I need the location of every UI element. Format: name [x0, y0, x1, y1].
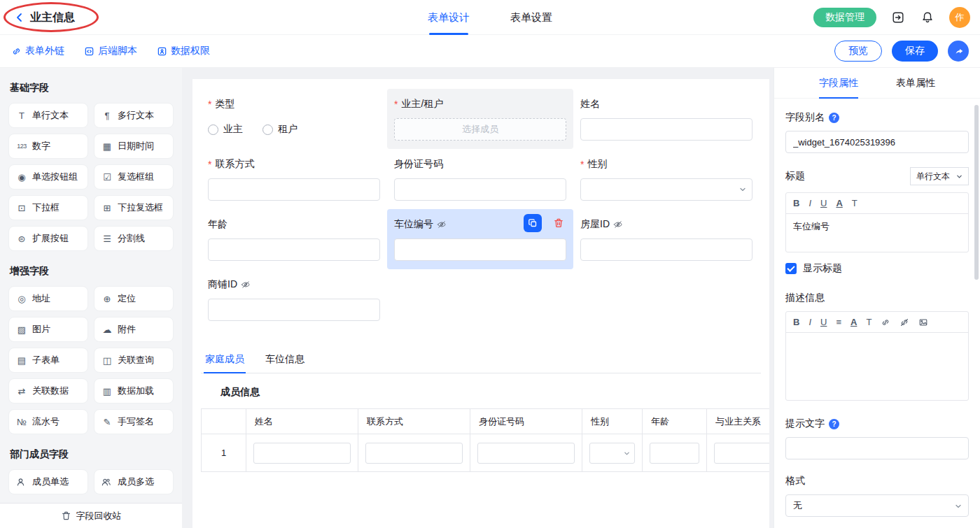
shop-id-input[interactable] — [208, 299, 380, 321]
parking-number-input[interactable] — [394, 238, 566, 261]
hint-text-input[interactable] — [785, 437, 969, 459]
field-type[interactable]: *类型 业主 租户 — [201, 89, 387, 149]
sidebar-field-address[interactable]: ◎地址 — [8, 286, 88, 311]
italic-icon[interactable]: I — [808, 199, 811, 208]
subform-gender-select[interactable] — [589, 443, 635, 464]
tab-form-settings[interactable]: 表单设置 — [510, 0, 552, 35]
subform-name-input[interactable] — [253, 443, 351, 464]
age-input[interactable] — [208, 238, 380, 261]
italic-icon[interactable]: I — [808, 317, 811, 327]
sidebar-field-linked-data[interactable]: ⇄关联数据 — [8, 378, 88, 404]
tab-form-properties[interactable]: 表单属性 — [896, 77, 935, 98]
form-external-link[interactable]: 表单外链 — [11, 45, 64, 57]
subform-relation-input[interactable] — [714, 443, 769, 464]
sidebar-field-serial-number[interactable]: №流水号 — [8, 409, 88, 434]
help-icon[interactable]: ? — [829, 419, 839, 429]
tab-field-properties[interactable]: 字段属性 — [819, 77, 858, 98]
underline-icon[interactable]: U — [820, 317, 827, 327]
sidebar-field-radio-group[interactable]: ◉单选按钮组 — [8, 164, 88, 190]
sidebar-field-member-single[interactable]: 成员单选 — [8, 469, 88, 494]
show-title-checkbox[interactable] — [785, 263, 797, 274]
field-shop-id[interactable]: 商铺ID — [201, 269, 387, 329]
copy-icon — [528, 218, 538, 228]
title-editor-content[interactable]: 车位编号 — [786, 214, 968, 252]
tab-parking-info[interactable]: 车位信息 — [264, 346, 306, 373]
tab-family-members[interactable]: 家庭成员 — [204, 346, 246, 373]
field-type-dropdown[interactable]: 单行文本 — [910, 167, 969, 185]
field-id-number[interactable]: 身份证号码 — [387, 149, 573, 209]
field-alias-input[interactable] — [785, 131, 969, 153]
sidebar-field-number[interactable]: 123数字 — [8, 134, 88, 159]
font-color-icon[interactable]: A — [850, 317, 857, 327]
description-editor-content[interactable] — [786, 333, 968, 400]
id-number-input[interactable] — [394, 178, 566, 201]
underline-icon[interactable]: U — [820, 199, 827, 208]
field-age[interactable]: 年龄 — [201, 209, 387, 269]
sidebar-field-single-text[interactable]: T单行文本 — [8, 103, 88, 128]
sidebar-field-multi-dropdown[interactable]: ⊞下拉复选框 — [94, 195, 174, 220]
insert-link-icon[interactable] — [881, 317, 890, 327]
delete-field-button[interactable] — [550, 215, 567, 231]
sidebar-field-datetime[interactable]: ▦日期时间 — [94, 134, 174, 159]
description-label: 描述信息 — [785, 292, 969, 304]
bold-icon[interactable]: B — [793, 317, 799, 327]
insert-image-icon[interactable] — [918, 317, 928, 327]
subform-age-input[interactable] — [650, 443, 699, 464]
backend-script-link[interactable]: 后端脚本 — [84, 45, 137, 57]
sidebar-field-location[interactable]: ⊕定位 — [94, 286, 174, 311]
sidebar-field-data-load[interactable]: ▥数据加载 — [94, 378, 174, 404]
sidebar-field-image[interactable]: ▨图片 — [8, 317, 88, 342]
gender-select-input[interactable] — [580, 178, 752, 201]
sidebar-field-extend-button[interactable]: ⊜扩展按钮 — [8, 226, 88, 251]
radio-owner[interactable]: 业主 — [208, 123, 243, 136]
field-contact[interactable]: *联系方式 — [201, 149, 387, 209]
font-color-icon[interactable]: A — [836, 199, 842, 208]
sidebar-field-divider[interactable]: ☰分割线 — [94, 226, 174, 251]
sidebar-field-member-multi[interactable]: 成员多选 — [94, 469, 174, 494]
field-name[interactable]: 姓名 — [573, 89, 760, 149]
radio-tenant[interactable]: 租户 — [262, 123, 298, 136]
field-owner-tenant[interactable]: *业主/租户 选择成员 — [387, 89, 573, 149]
page-scrollbar[interactable] — [974, 105, 979, 280]
field-alias-label: 字段别名 — [785, 111, 825, 124]
data-manage-button[interactable]: 数据管理 — [813, 8, 876, 27]
data-permission-link[interactable]: 数据权限 — [157, 45, 210, 57]
name-input[interactable] — [580, 118, 752, 141]
avatar[interactable]: 作 — [949, 7, 970, 28]
tab-form-design[interactable]: 表单设计 — [428, 0, 470, 35]
subform-id-number-input[interactable] — [477, 443, 575, 464]
select-member-button[interactable]: 选择成员 — [394, 118, 566, 141]
tab-label: 表单设置 — [510, 11, 552, 24]
font-size-icon[interactable]: T — [866, 317, 872, 327]
bold-icon[interactable]: B — [793, 199, 799, 208]
field-gender[interactable]: *性别 — [573, 149, 760, 209]
share-button[interactable] — [948, 41, 969, 62]
description-editor-toolbar: B I U ≡ A T — [786, 312, 968, 333]
save-button[interactable]: 保存 — [892, 41, 938, 62]
publish-record-icon[interactable] — [890, 10, 906, 25]
sidebar-field-checkbox-group[interactable]: ☑复选框组 — [94, 164, 174, 190]
sidebar-field-lookup[interactable]: ◫关联查询 — [94, 348, 174, 373]
font-size-icon[interactable]: T — [852, 199, 858, 208]
sidebar-field-subform[interactable]: ▤子表单 — [8, 348, 88, 373]
format-select[interactable]: 无 — [785, 494, 969, 517]
field-parking-number-selected[interactable]: 车位编号 — [387, 209, 573, 269]
field-recycle-bin[interactable]: 字段回收站 — [0, 503, 182, 528]
sidebar-field-multi-text[interactable]: ¶多行文本 — [94, 103, 174, 128]
help-icon[interactable]: ? — [829, 113, 839, 123]
subform-contact-input[interactable] — [365, 443, 463, 464]
subform-section: 成员信息 姓名 联系方式 身份证号码 性别 年龄 与业主关系 — [201, 386, 761, 472]
tab-label: 车位信息 — [265, 353, 304, 364]
sidebar-field-dropdown[interactable]: ⊡下拉框 — [8, 195, 88, 220]
copy-field-button[interactable] — [524, 214, 542, 232]
gender-select[interactable] — [580, 178, 752, 201]
contact-input[interactable] — [208, 178, 380, 201]
sidebar-field-signature[interactable]: ✎手写签名 — [94, 409, 174, 434]
remove-link-icon[interactable] — [899, 317, 909, 327]
house-id-input[interactable] — [580, 238, 752, 261]
preview-button[interactable]: 预览 — [834, 41, 882, 62]
align-icon[interactable]: ≡ — [836, 317, 841, 327]
field-house-id[interactable]: 房屋ID — [573, 209, 760, 269]
sidebar-field-attachment[interactable]: ☁附件 — [94, 317, 174, 342]
bell-icon[interactable] — [920, 10, 935, 25]
